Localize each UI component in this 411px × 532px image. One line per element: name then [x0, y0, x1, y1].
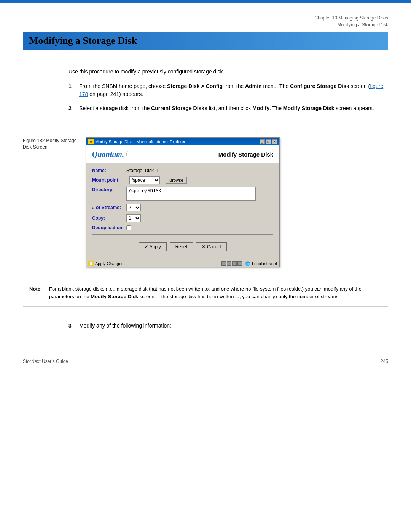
streams-label: # of Streams:	[92, 205, 126, 210]
form-container: Name: Storage_Disk_1 Mount point: /space…	[86, 163, 279, 260]
ie-minimize-button[interactable]: _	[260, 139, 265, 144]
intranet-label: Local intranet	[252, 261, 277, 266]
status-right: 🌐 Local intranet	[220, 261, 277, 266]
figure-caption: Figure 182 Modify Storage Disk Screen	[23, 137, 82, 150]
quantum-logo: Quantum. /	[92, 149, 128, 159]
name-label: Name:	[92, 168, 126, 173]
streams-row: # of Streams: 2 1 3 4	[92, 204, 273, 211]
reset-button[interactable]: Reset	[170, 242, 193, 251]
directory-row: Directory: /space/SDISK	[92, 187, 273, 201]
directory-input[interactable]: /space/SDISK	[126, 187, 256, 201]
cancel-button[interactable]: ✕ Cancel	[196, 242, 227, 251]
title-section: Modifying a Storage Disk	[0, 32, 411, 50]
ie-close-button[interactable]: ✕	[272, 139, 277, 144]
page-footer: StorNext User's Guide 245	[0, 351, 411, 372]
mount-point-label: Mount point:	[92, 177, 126, 183]
ie-maximize-button[interactable]: □	[266, 139, 271, 144]
note-label: Note:	[29, 285, 45, 300]
figure-area: Figure 182 Modify Storage Disk Screen e …	[23, 137, 411, 267]
section-title: Modifying a Storage Disk	[315, 21, 388, 28]
streams-select[interactable]: 2 1 3 4	[126, 204, 141, 211]
status-bar-1	[221, 261, 226, 266]
intranet-text: 🌐	[245, 261, 250, 266]
apply-button[interactable]: ✔ Apply	[139, 242, 167, 251]
figure-caption-line1: Figure 182 Modify Storage	[23, 138, 76, 143]
form-divider	[92, 234, 273, 235]
step-2-num: 2	[68, 104, 76, 112]
chapter-title: Chapter 10 Managing Storage Disks	[315, 14, 388, 21]
ie-titlebar-controls[interactable]: _ □ ✕	[260, 139, 277, 144]
mount-point-select[interactable]: /space	[129, 176, 160, 184]
step-3-num: 3	[68, 322, 76, 330]
note-text: For a blank storage disks (i.e., a stora…	[49, 285, 382, 300]
name-value: Storage_Disk_1	[126, 168, 159, 173]
app-header: Quantum. / Modify Storage Disk	[86, 145, 279, 163]
logo-text: Quantum.	[92, 150, 124, 158]
footer-left: StorNext User's Guide	[23, 359, 68, 364]
button-row: ✔ Apply Reset ✕ Cancel	[92, 238, 273, 255]
steps-list: 1 From the SNSM home page, choose Storag…	[68, 82, 388, 112]
app-title: Modify Storage Disk	[218, 151, 273, 158]
page-title: Modifying a Storage Disk	[29, 35, 137, 46]
dedup-label: Deduplication:	[92, 225, 126, 230]
cancel-icon: ✕	[202, 244, 206, 249]
figure-caption-line2: Disk Screen	[23, 144, 48, 150]
ie-icon: e	[88, 139, 94, 144]
step-3: 3 Modify any of the following informatio…	[68, 322, 388, 330]
note-box: Note: For a blank storage disks (i.e., a…	[23, 279, 388, 307]
directory-label: Directory:	[92, 187, 126, 192]
step-1: 1 From the SNSM home page, choose Storag…	[68, 82, 388, 98]
cancel-label: Cancel	[207, 244, 221, 249]
intro-text: Use this procedure to modify a previousl…	[68, 69, 388, 75]
logo-slash: /	[126, 149, 128, 159]
ie-window: e Modify Storage Disk - Microsoft Intern…	[86, 137, 280, 267]
status-page-icon: 📄	[88, 261, 94, 266]
step-3-text: Modify any of the following information:	[79, 322, 388, 330]
copy-row: Copy: 1 2	[92, 214, 273, 222]
page-header: Chapter 10 Managing Storage Disks Modify…	[0, 3, 411, 32]
ie-titlebar-left: e Modify Storage Disk - Microsoft Intern…	[88, 139, 185, 144]
footer-right: 245	[381, 359, 388, 364]
ie-statusbar: 📄 Apply Changes 🌐 Local intranet	[86, 260, 279, 267]
step-2: 2 Select a storage disk from the Current…	[68, 104, 388, 112]
status-bars	[221, 261, 242, 266]
apply-label: Apply	[150, 244, 161, 249]
mount-point-row: Mount point: /space Browse	[92, 176, 273, 184]
title-bar: Modifying a Storage Disk	[23, 32, 388, 50]
status-bar-2	[227, 261, 231, 266]
status-text: Apply Changes	[95, 261, 124, 266]
dedup-checkbox[interactable]	[126, 225, 131, 230]
browse-button[interactable]: Browse	[166, 177, 187, 184]
step-1-num: 1	[68, 82, 76, 98]
step3-area: 3 Modify any of the following informatio…	[0, 314, 411, 343]
dedup-row: Deduplication:	[92, 225, 273, 230]
status-left: 📄 Apply Changes	[88, 261, 124, 266]
apply-icon: ✔	[144, 244, 148, 249]
status-bar-4	[237, 261, 242, 266]
step-1-text: From the SNSM home page, choose Storage …	[79, 82, 388, 98]
ie-titlebar: e Modify Storage Disk - Microsoft Intern…	[86, 138, 279, 145]
copy-select[interactable]: 1 2	[126, 214, 141, 222]
header-bar	[0, 0, 411, 3]
ie-title: Modify Storage Disk - Microsoft Internet…	[95, 139, 185, 144]
main-content: Use this procedure to modify a previousl…	[0, 61, 411, 126]
step-2-text: Select a storage disk from the Current S…	[79, 104, 388, 112]
status-bar-3	[232, 261, 237, 266]
reset-label: Reset	[175, 244, 187, 249]
step3-list: 3 Modify any of the following informatio…	[68, 322, 388, 330]
copy-label: Copy:	[92, 216, 126, 221]
name-row: Name: Storage_Disk_1	[92, 168, 273, 173]
